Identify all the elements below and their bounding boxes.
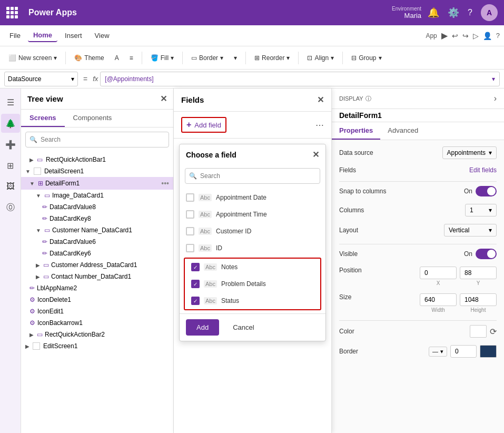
- new-screen-button[interactable]: ⬜ New screen ▾: [4, 52, 61, 64]
- menu-view[interactable]: View: [90, 29, 115, 42]
- play-icon[interactable]: ▷: [473, 32, 479, 40]
- tree-tab-screens[interactable]: Screens: [21, 110, 65, 127]
- sidebar-variables-icon[interactable]: ⓪: [1, 198, 20, 217]
- field-checkbox-appointment-date[interactable]: [186, 193, 194, 202]
- sidebar-insert-icon[interactable]: ➕: [1, 135, 20, 154]
- redo-icon[interactable]: ↪: [462, 32, 469, 40]
- list-item[interactable]: ✏ DataCardValue8: [21, 201, 173, 213]
- border-button[interactable]: ▭ Border ▾: [187, 52, 228, 64]
- list-item[interactable]: ⚙ IconBackarrow1: [21, 317, 173, 329]
- settings-icon[interactable]: ⚙️: [448, 7, 459, 18]
- add-button[interactable]: Add: [186, 319, 219, 336]
- list-item[interactable]: ✓ Abc Problem Details: [185, 275, 320, 292]
- choose-field-search-input[interactable]: [185, 168, 320, 184]
- tree-tab-components[interactable]: Components: [65, 110, 121, 127]
- info-icon[interactable]: ⓘ: [365, 95, 371, 103]
- avatar[interactable]: A: [481, 4, 498, 21]
- border-style-dropdown[interactable]: — ▾: [429, 347, 447, 357]
- list-item[interactable]: ⚙ IconDelete1: [21, 294, 173, 306]
- menu-help-icon[interactable]: ?: [496, 32, 500, 40]
- tab-advanced[interactable]: Advanced: [380, 122, 426, 140]
- tree-panel: Tree view ✕ Screens Components 🔍 ▶ ▭ Rec…: [21, 88, 174, 433]
- columns-dropdown[interactable]: 1 ▾: [465, 204, 497, 216]
- formula-expand-icon[interactable]: ▾: [492, 75, 495, 83]
- list-item[interactable]: ▶ ▭ RectQuickActionBar2: [21, 329, 173, 340]
- more-options-button[interactable]: ⋯: [315, 120, 324, 130]
- list-item[interactable]: Abc ID: [180, 240, 325, 257]
- list-item[interactable]: ▼ ⊞ DetailForm1 •••: [21, 177, 173, 190]
- data-source-dropdown[interactable]: Appointments ▾: [442, 146, 497, 159]
- size-width-input[interactable]: [420, 293, 457, 306]
- position-x-input[interactable]: [420, 267, 457, 279]
- datasource-dropdown[interactable]: DataSource ▾: [4, 72, 78, 86]
- help-icon[interactable]: ?: [468, 8, 472, 17]
- list-item[interactable]: Abc Appointment Date: [180, 189, 325, 206]
- list-item[interactable]: ▶ EditScreen1: [21, 340, 173, 352]
- edit-fields-link[interactable]: Edit fields: [469, 166, 497, 174]
- sidebar-data-icon[interactable]: ⊞: [1, 156, 20, 175]
- menu-home[interactable]: Home: [28, 29, 57, 42]
- border-width-input[interactable]: [450, 345, 477, 358]
- app-grid-button[interactable]: [6, 7, 18, 18]
- cancel-button[interactable]: Cancel: [224, 319, 262, 336]
- field-checkbox-appointment-time[interactable]: [186, 210, 194, 219]
- visible-toggle[interactable]: [476, 249, 497, 259]
- rect-icon: ▭: [37, 331, 43, 338]
- sidebar-menu-icon[interactable]: ☰: [1, 93, 20, 112]
- theme-button[interactable]: 🎨 Theme: [70, 52, 108, 64]
- field-checkbox-customer-id[interactable]: [186, 227, 194, 235]
- tree-search-input[interactable]: [25, 132, 169, 147]
- run-icon[interactable]: ▶: [441, 31, 448, 41]
- field-checkbox-id[interactable]: [186, 244, 194, 252]
- align-text-button[interactable]: ≡: [125, 52, 137, 64]
- fill-button[interactable]: 🪣 Fill ▾: [146, 52, 178, 64]
- list-item[interactable]: ✓ Abc Notes: [185, 259, 320, 275]
- caret-icon: ▶: [36, 262, 40, 268]
- choose-field-close-icon[interactable]: ✕: [312, 150, 319, 160]
- menu-insert[interactable]: Insert: [60, 29, 87, 42]
- layout-dropdown[interactable]: Vertical ▾: [444, 224, 497, 237]
- expand-icon[interactable]: ›: [494, 94, 497, 103]
- fields-close-icon[interactable]: ✕: [317, 95, 324, 105]
- list-item[interactable]: ✏ DataCardValue6: [21, 236, 173, 248]
- user-icon[interactable]: 👤: [483, 32, 492, 40]
- sidebar-tree-icon[interactable]: 🌲: [1, 114, 20, 133]
- sidebar-media-icon[interactable]: 🖼: [1, 177, 20, 196]
- field-checkbox-status[interactable]: ✓: [191, 297, 200, 305]
- list-item[interactable]: Abc Customer ID: [180, 223, 325, 240]
- color-swatch[interactable]: [470, 325, 487, 338]
- list-item[interactable]: ▶ ▭ RectQuickActionBar1: [21, 154, 173, 165]
- tree-close-icon[interactable]: ✕: [160, 94, 167, 104]
- undo-icon[interactable]: ↩: [452, 32, 458, 40]
- list-item[interactable]: ▼ ▭ Customer Name_DataCard1: [21, 224, 173, 236]
- list-item[interactable]: ⚙ IconEdit1: [21, 306, 173, 317]
- field-checkbox-notes[interactable]: ✓: [191, 263, 200, 271]
- reorder-button[interactable]: ⊞ Reorder ▾: [250, 52, 294, 64]
- list-item[interactable]: Abc Appointment Time: [180, 206, 325, 223]
- list-item[interactable]: ✏ DataCardKey8: [21, 213, 173, 224]
- list-item[interactable]: ▶ ▭ Contact Number_DataCard1: [21, 271, 173, 282]
- align-button[interactable]: ⊡ Align ▾: [303, 52, 338, 64]
- more-options-icon[interactable]: •••: [161, 179, 169, 188]
- list-item[interactable]: ▼ DetailScreen1: [21, 165, 173, 177]
- add-field-button[interactable]: + Add field: [181, 117, 226, 133]
- caret-icon: ▼: [36, 193, 41, 199]
- group-button[interactable]: ⊟ Group ▾: [347, 52, 386, 64]
- list-item[interactable]: ▼ ▭ Image_DataCard1: [21, 190, 173, 201]
- list-item[interactable]: ✏ LblAppName2: [21, 282, 173, 294]
- tab-properties[interactable]: Properties: [332, 122, 380, 140]
- font-button[interactable]: A: [111, 52, 123, 64]
- bell-icon[interactable]: 🔔: [428, 7, 439, 18]
- list-item[interactable]: ✓ Abc Status: [185, 292, 320, 309]
- border-extra-button[interactable]: ▾: [230, 52, 241, 64]
- border-color-swatch[interactable]: [480, 345, 497, 358]
- field-checkbox-problem-details[interactable]: ✓: [191, 280, 200, 288]
- menu-file[interactable]: File: [4, 29, 26, 42]
- snap-toggle[interactable]: [476, 186, 497, 196]
- position-y-input[interactable]: [460, 267, 497, 279]
- size-height-input[interactable]: [460, 293, 497, 306]
- formula-input[interactable]: [@Appointments] ▾: [100, 72, 500, 86]
- list-item[interactable]: ▶ ▭ Customer Address_DataCard1: [21, 259, 173, 271]
- color-picker-icon[interactable]: ⟳: [490, 327, 497, 337]
- list-item[interactable]: ✏ DataCardKey6: [21, 248, 173, 259]
